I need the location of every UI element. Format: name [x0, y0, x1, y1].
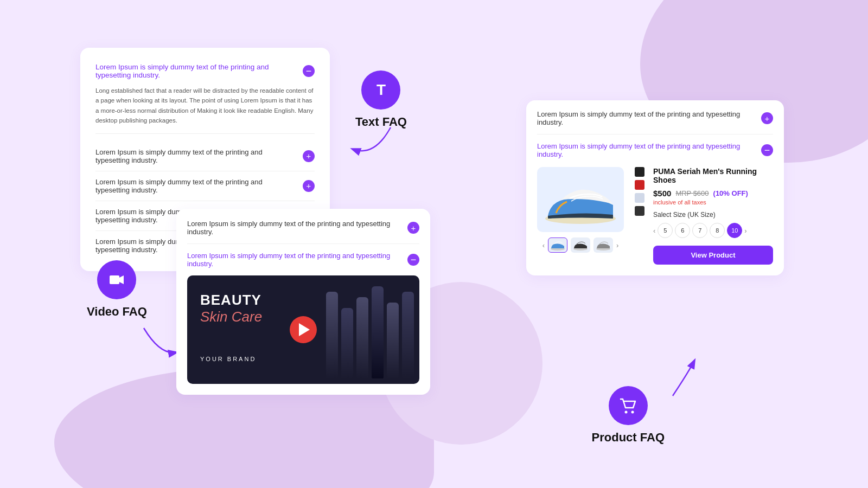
thumb-shoe-1: [549, 239, 566, 251]
product-faq-expand-button[interactable]: +: [761, 112, 773, 124]
bottle-1: [326, 292, 338, 378]
product-thumb-3[interactable]: [593, 237, 613, 253]
product-thumbnails: ‹: [542, 237, 619, 253]
video-faq-closed-item[interactable]: Lorem Ipsum is simply dummy text of the …: [187, 220, 419, 244]
faq-open-question-text: Lorem Ipsum is simply dummy text of the …: [95, 63, 303, 79]
text-faq-icon-letter: T: [376, 81, 386, 99]
faq-closed-question-2: Lorem Ipsum is simply dummy text of the …: [95, 178, 303, 194]
video-faq-icon: [97, 260, 136, 299]
faq-closed-question-1: Lorem Ipsum is simply dummy text of the …: [95, 148, 303, 164]
video-camera-icon: [108, 271, 125, 288]
product-name: PUMA Seriah Men's Running Shoes: [653, 167, 773, 184]
color-black[interactable]: [635, 167, 644, 177]
product-details: PUMA Seriah Men's Running Shoes $500 MRP…: [653, 167, 773, 265]
product-main-image: [537, 167, 624, 232]
svg-marker-1: [119, 275, 124, 284]
faq-answer-text: Long established fact that a reader will…: [95, 86, 315, 126]
video-faq-title: Video FAQ: [87, 305, 147, 319]
size-5[interactable]: 5: [658, 223, 673, 238]
size-prev[interactable]: ‹: [653, 227, 655, 235]
video-faq-card: Lorem Ipsum is simply dummy text of the …: [176, 209, 430, 395]
faq-open-question-row: Lorem Ipsum is simply dummy text of the …: [95, 63, 315, 79]
bottle-5: [387, 303, 399, 378]
faq-collapse-button[interactable]: −: [303, 65, 315, 77]
product-tax-note: inclusive of all taxes: [653, 199, 773, 206]
size-10[interactable]: 10: [727, 223, 742, 238]
svg-point-6: [624, 411, 627, 414]
size-7[interactable]: 7: [692, 223, 707, 238]
product-faq-closed-question: Lorem Ipsum is simply dummy text of the …: [537, 110, 761, 126]
size-6[interactable]: 6: [675, 223, 690, 238]
size-label: Salect Size (UK Size): [653, 211, 773, 219]
product-content: ‹: [537, 167, 773, 265]
product-thumb-2[interactable]: [571, 237, 590, 253]
product-faq-open-item: Lorem Ipsum is simply dummy text of the …: [537, 142, 773, 158]
video-faq-expand-button[interactable]: +: [407, 222, 419, 234]
product-faq-card: Lorem Ipsum is simply dummy text of the …: [526, 100, 784, 275]
faq-expand-button-2[interactable]: +: [303, 180, 315, 192]
product-price: $500: [653, 189, 671, 198]
bottle-6: [402, 292, 414, 378]
video-faq-open-question: Lorem Ipsum is simply dummy text of the …: [187, 252, 407, 268]
size-8[interactable]: 8: [710, 223, 725, 238]
page-content: Lorem Ipsum is simply dummy text of the …: [0, 0, 868, 488]
color-gray[interactable]: [635, 193, 644, 203]
play-button[interactable]: [290, 316, 317, 343]
thumb-shoe-2: [572, 239, 589, 251]
price-row: $500 MRP $600 (10% OFF): [653, 189, 773, 198]
product-faq-title: Product FAQ: [592, 431, 665, 445]
brand-text: YOUR BRAND: [200, 356, 256, 362]
color-dark[interactable]: [635, 206, 644, 216]
thumb-next[interactable]: ›: [616, 241, 618, 249]
skincare-text: Skin Care: [200, 309, 262, 325]
product-mrp: MRP $600: [675, 189, 709, 197]
video-faq-collapse-button[interactable]: −: [407, 254, 419, 266]
shoe-image: [540, 172, 621, 227]
size-options: ‹ 5 6 7 8 10 ›: [653, 223, 773, 238]
beauty-text: BEAUTY: [200, 292, 262, 309]
color-red[interactable]: [635, 180, 644, 190]
faq-open-item: Lorem Ipsum is simply dummy text of the …: [95, 63, 315, 134]
faq-closed-item-2[interactable]: Lorem Ipsum is simply dummy text of the …: [95, 171, 315, 201]
product-image-area: ‹: [537, 167, 624, 253]
size-next[interactable]: ›: [744, 227, 746, 235]
bottle-3: [356, 297, 368, 378]
text-faq-icon: T: [361, 70, 400, 110]
product-colors: [635, 167, 644, 265]
product-discount: (10% OFF): [713, 189, 748, 197]
video-overlay-text: BEAUTY Skin Care: [200, 292, 262, 325]
video-faq-closed-question: Lorem Ipsum is simply dummy text of the …: [187, 220, 407, 236]
text-faq-arrow: [342, 119, 407, 163]
bottle-group: [326, 275, 414, 384]
video-thumbnail[interactable]: BEAUTY Skin Care YOUR BRAND: [187, 275, 419, 384]
bottle-4: [372, 286, 384, 378]
product-faq-closed-item[interactable]: Lorem Ipsum is simply dummy text of the …: [537, 110, 773, 134]
faq-expand-button-1[interactable]: +: [303, 150, 315, 162]
thumb-prev[interactable]: ‹: [542, 241, 545, 249]
video-faq-open-item: Lorem Ipsum is simply dummy text of the …: [187, 252, 419, 268]
product-faq-open-question: Lorem Ipsum is simply dummy text of the …: [537, 142, 761, 158]
view-product-button[interactable]: View Product: [653, 246, 773, 265]
faq-closed-item-1[interactable]: Lorem Ipsum is simply dummy text of the …: [95, 142, 315, 171]
video-faq-label-group: Video FAQ: [87, 260, 147, 319]
thumb-shoe-3: [595, 239, 612, 251]
svg-rect-0: [110, 275, 119, 284]
product-thumb-1[interactable]: [548, 237, 567, 253]
svg-point-7: [631, 411, 634, 414]
bottle-2: [341, 308, 353, 378]
product-faq-arrow: [618, 350, 705, 404]
product-left: ‹: [537, 167, 624, 265]
product-faq-collapse-button[interactable]: −: [761, 144, 773, 156]
